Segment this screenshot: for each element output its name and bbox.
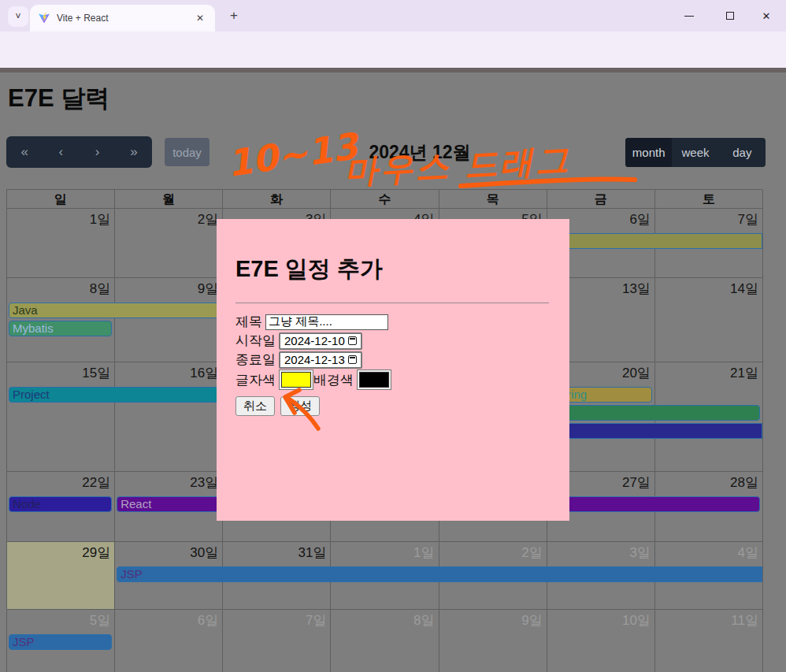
day-number: 2일 xyxy=(439,542,547,562)
calendar-day-cell[interactable]: 29일 xyxy=(7,542,115,610)
start-date-input[interactable]: 2024-12-10 xyxy=(279,332,362,350)
calendar-day-cell[interactable]: 1일 xyxy=(7,209,115,278)
day-number: 10일 xyxy=(547,610,654,629)
day-number: 7일 xyxy=(655,209,762,228)
prev-month-button[interactable]: ‹ xyxy=(43,136,79,168)
day-number: 7일 xyxy=(223,610,330,629)
next-year-button[interactable]: » xyxy=(116,136,152,168)
day-number: 29일 xyxy=(7,542,114,562)
font-color-picker[interactable] xyxy=(279,369,313,390)
day-number: 9일 xyxy=(115,278,222,298)
browser-tab-strip: ˅ Vite + React ✕ + ✕ xyxy=(0,0,786,32)
day-number: 22일 xyxy=(7,472,114,492)
calendar-event[interactable]: Mybatis xyxy=(9,321,112,336)
day-number: 28일 xyxy=(655,472,762,492)
calendar-nav-group: « ‹ › » xyxy=(6,136,152,168)
day-number: 1일 xyxy=(7,209,114,228)
new-tab-button[interactable]: + xyxy=(224,7,243,26)
calendar-month-title: 2024년 12월 xyxy=(313,140,526,165)
day-number: 5일 xyxy=(7,610,114,629)
calendar-day-cell[interactable]: 2일 xyxy=(115,209,223,278)
window-maximize-button[interactable] xyxy=(717,5,743,27)
weekday-header: 토 xyxy=(655,190,763,209)
calendar-day-cell[interactable]: 9일 xyxy=(439,610,547,672)
font-color-label: 글자색 xyxy=(235,371,276,389)
calendar-day-cell[interactable]: 10일 xyxy=(547,610,655,672)
calendar-event[interactable]: JSP xyxy=(117,566,762,582)
calendar-picker-icon[interactable] xyxy=(348,336,357,345)
day-number: 30일 xyxy=(115,542,222,562)
window-minimize-button[interactable] xyxy=(676,5,703,27)
modal-title: E7E 일정 추가 xyxy=(235,254,551,285)
calendar-day-cell[interactable]: 8일 xyxy=(331,610,439,672)
day-number: 16일 xyxy=(115,362,222,382)
add-event-modal: E7E 일정 추가 제목 시작일 2024-12-10 종료일 2024-12-… xyxy=(217,219,569,521)
today-button[interactable]: today xyxy=(165,138,209,166)
day-number: 6일 xyxy=(115,610,222,629)
annotation-underline xyxy=(461,180,635,186)
window-close-button[interactable]: ✕ xyxy=(753,5,780,27)
view-switcher: month week day xyxy=(625,138,766,167)
browser-toolbar: ← → ⟳ localhost:5173 G a ☆ ⋮ xyxy=(0,32,786,68)
vite-logo-icon xyxy=(38,12,50,24)
day-number: 14일 xyxy=(655,278,762,298)
day-number: 23일 xyxy=(115,472,222,492)
calendar-event[interactable]: JSP xyxy=(9,634,112,650)
font-color-swatch xyxy=(281,372,311,388)
day-number: 8일 xyxy=(331,610,438,629)
background-color-swatch xyxy=(359,372,389,388)
page-title: E7E 달력 xyxy=(8,82,109,115)
calendar-picker-icon[interactable] xyxy=(348,355,357,364)
calendar-day-cell[interactable]: 6일 xyxy=(115,610,223,672)
weekday-header: 금 xyxy=(547,190,655,209)
tab-close-icon[interactable]: ✕ xyxy=(193,13,207,24)
weekday-header: 일 xyxy=(7,190,115,209)
background-color-picker[interactable] xyxy=(357,369,391,390)
start-date-value: 2024-12-10 xyxy=(284,334,345,347)
end-date-value: 2024-12-13 xyxy=(284,353,345,366)
calendar-day-cell[interactable]: 14일 xyxy=(655,278,763,362)
title-field-label: 제목 xyxy=(235,313,262,331)
day-number: 1일 xyxy=(331,542,438,562)
day-number: 11일 xyxy=(655,610,762,629)
view-day-button[interactable]: day xyxy=(719,138,766,167)
view-month-button[interactable]: month xyxy=(625,138,672,167)
page-content: E7E 달력 « ‹ › » today 2024년 12월 month wee… xyxy=(0,72,786,672)
view-week-button[interactable]: week xyxy=(672,138,718,167)
tab-title: Vite + React xyxy=(57,13,193,24)
end-date-label: 종료일 xyxy=(235,351,276,369)
weekday-header: 목 xyxy=(439,190,547,209)
calendar-day-cell[interactable]: 7일 xyxy=(223,610,331,672)
calendar-day-cell[interactable]: 15일 xyxy=(7,362,115,472)
weekday-header: 수 xyxy=(331,190,439,209)
tab-search-chevron-icon[interactable]: ˅ xyxy=(8,6,28,27)
day-number: 21일 xyxy=(655,362,762,382)
day-number: 4일 xyxy=(655,542,762,562)
day-number: 15일 xyxy=(7,362,114,382)
title-input[interactable] xyxy=(265,314,388,330)
cancel-button[interactable]: 취소 xyxy=(235,396,275,416)
start-date-label: 시작일 xyxy=(235,332,276,350)
calendar-day-cell[interactable]: 16일 xyxy=(115,362,223,472)
day-number: 2일 xyxy=(115,209,222,228)
day-number: 8일 xyxy=(7,278,114,298)
modal-divider xyxy=(235,303,549,303)
day-number: 3일 xyxy=(547,542,654,562)
weekday-header: 화 xyxy=(223,190,331,209)
minimize-icon xyxy=(684,16,694,17)
maximize-icon xyxy=(726,12,734,20)
day-number: 9일 xyxy=(439,610,547,629)
next-month-button[interactable]: › xyxy=(80,136,116,168)
calendar-day-cell[interactable]: 11일 xyxy=(655,610,763,672)
day-number: 31일 xyxy=(223,542,330,562)
background-color-label: 배경색 xyxy=(313,371,354,389)
browser-tab[interactable]: Vite + React ✕ xyxy=(30,5,215,32)
create-button[interactable]: 생성 xyxy=(280,396,320,416)
prev-year-button[interactable]: « xyxy=(6,136,43,168)
calendar-day-cell[interactable]: 9일 xyxy=(115,278,223,362)
end-date-input[interactable]: 2024-12-13 xyxy=(279,351,362,369)
weekday-header: 월 xyxy=(115,190,223,209)
calendar-event[interactable]: Node xyxy=(9,496,112,512)
